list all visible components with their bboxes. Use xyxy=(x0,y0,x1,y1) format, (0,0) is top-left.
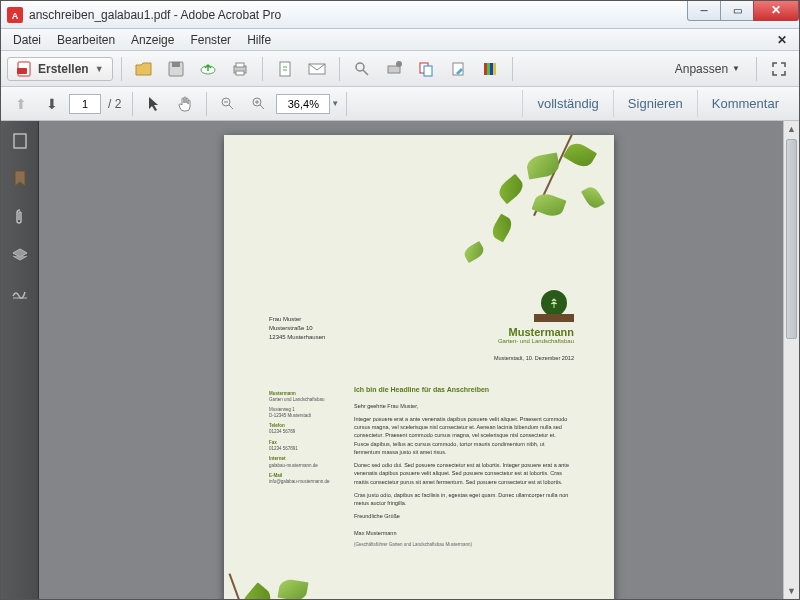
color-button[interactable] xyxy=(476,55,504,83)
menu-fenster[interactable]: Fenster xyxy=(182,31,239,49)
company-logo-block: Mustermann Garten- und Landschaftsbau xyxy=(498,290,574,344)
date-place: Musterstadt, 10. Dezember 2012 xyxy=(494,355,574,361)
sign-pane-button[interactable]: Signieren xyxy=(613,90,697,117)
thumbnails-icon[interactable] xyxy=(8,129,32,153)
zoom-in-button[interactable] xyxy=(245,90,273,118)
combine-button[interactable] xyxy=(412,55,440,83)
window-controls: ─ ▭ ✕ xyxy=(688,1,799,21)
svg-rect-17 xyxy=(424,66,432,76)
menu-anzeige[interactable]: Anzeige xyxy=(123,31,182,49)
create-label: Erstellen xyxy=(38,62,89,76)
main-toolbar: Erstellen ▼ Anpassen ▼ xyxy=(1,51,799,87)
print-setup-button[interactable] xyxy=(380,55,408,83)
svg-rect-21 xyxy=(490,63,493,75)
create-button[interactable]: Erstellen ▼ xyxy=(7,57,113,81)
close-button[interactable]: ✕ xyxy=(753,1,799,21)
recipient-address: Frau Muster Musterstraße 10 12345 Muster… xyxy=(269,315,325,342)
nav-sidebar xyxy=(1,121,39,599)
tools-pane-button[interactable]: vollständig xyxy=(522,90,612,117)
zoom-input[interactable] xyxy=(276,94,330,114)
svg-rect-9 xyxy=(236,71,244,75)
svg-point-12 xyxy=(356,63,364,71)
cloud-button[interactable] xyxy=(194,55,222,83)
open-button[interactable] xyxy=(130,55,158,83)
window-title: anschreiben_galabau1.pdf - Adobe Acrobat… xyxy=(29,8,688,22)
letter-body: Ich bin die Headline für das Anschreiben… xyxy=(354,385,572,554)
svg-line-13 xyxy=(363,70,368,75)
scroll-up-icon[interactable]: ▲ xyxy=(784,121,799,137)
page-up-button[interactable]: ⬆ xyxy=(7,90,35,118)
svg-line-29 xyxy=(260,105,264,109)
svg-rect-3 xyxy=(17,68,27,74)
pdf-icon xyxy=(16,61,32,77)
menu-bearbeiten[interactable]: Bearbeiten xyxy=(49,31,123,49)
chevron-down-icon: ▼ xyxy=(95,64,104,74)
export-button[interactable] xyxy=(271,55,299,83)
company-name: Mustermann xyxy=(498,326,574,338)
svg-rect-22 xyxy=(493,63,496,75)
svg-rect-19 xyxy=(484,63,487,75)
nav-toolbar: ⬆ ⬇ / 2 ▼ vollständig Signieren Kommenta… xyxy=(1,87,799,121)
chevron-down-icon: ▼ xyxy=(732,64,740,73)
company-subtitle: Garten- und Landschaftsbau xyxy=(498,338,574,344)
svg-rect-10 xyxy=(280,62,290,76)
chevron-down-icon[interactable]: ▼ xyxy=(331,99,339,108)
sender-info: Mustermann Garten und Landschaftsbau Mus… xyxy=(269,387,339,486)
menubar: Datei Bearbeiten Anzeige Fenster Hilfe ✕ xyxy=(1,29,799,51)
edit-button[interactable] xyxy=(444,55,472,83)
menu-datei[interactable]: Datei xyxy=(5,31,49,49)
svg-rect-8 xyxy=(236,63,244,67)
svg-line-25 xyxy=(229,105,233,109)
page-number-input[interactable] xyxy=(69,94,101,114)
select-tool-button[interactable] xyxy=(140,90,168,118)
scrollbar-thumb[interactable] xyxy=(786,139,797,339)
svg-rect-5 xyxy=(172,62,180,67)
svg-text:A: A xyxy=(12,11,19,21)
svg-rect-14 xyxy=(388,66,400,73)
pdf-page: Frau Muster Musterstraße 10 12345 Muster… xyxy=(224,135,614,599)
customize-button[interactable]: Anpassen ▼ xyxy=(667,58,748,80)
maximize-button[interactable]: ▭ xyxy=(720,1,754,21)
titlebar: A anschreiben_galabau1.pdf - Adobe Acrob… xyxy=(1,1,799,29)
layers-icon[interactable] xyxy=(8,243,32,267)
content-area: Frau Muster Musterstraße 10 12345 Muster… xyxy=(1,121,799,599)
signatures-icon[interactable] xyxy=(8,281,32,305)
attachments-icon[interactable] xyxy=(8,205,32,229)
document-canvas[interactable]: Frau Muster Musterstraße 10 12345 Muster… xyxy=(39,121,799,599)
svg-rect-30 xyxy=(14,134,26,148)
hand-tool-button[interactable] xyxy=(171,90,199,118)
letter-headline: Ich bin die Headline für das Anschreiben xyxy=(354,385,572,396)
document-close-button[interactable]: ✕ xyxy=(769,33,795,47)
fullscreen-button[interactable] xyxy=(765,55,793,83)
save-button[interactable] xyxy=(162,55,190,83)
comment-pane-button[interactable]: Kommentar xyxy=(697,90,793,117)
page-down-button[interactable]: ⬇ xyxy=(38,90,66,118)
scroll-down-icon[interactable]: ▼ xyxy=(784,583,799,599)
minimize-button[interactable]: ─ xyxy=(687,1,721,21)
email-button[interactable] xyxy=(303,55,331,83)
page-total: / 2 xyxy=(108,97,121,111)
vertical-scrollbar[interactable]: ▲ ▼ xyxy=(783,121,799,599)
svg-rect-20 xyxy=(487,63,490,75)
print-button[interactable] xyxy=(226,55,254,83)
app-icon: A xyxy=(7,7,23,23)
app-window: A anschreiben_galabau1.pdf - Adobe Acrob… xyxy=(0,0,800,600)
menu-hilfe[interactable]: Hilfe xyxy=(239,31,279,49)
svg-rect-31 xyxy=(14,134,26,148)
search-button[interactable] xyxy=(348,55,376,83)
svg-point-15 xyxy=(396,61,402,67)
bookmarks-icon[interactable] xyxy=(8,167,32,191)
zoom-out-button[interactable] xyxy=(214,90,242,118)
company-emblem xyxy=(534,290,574,322)
